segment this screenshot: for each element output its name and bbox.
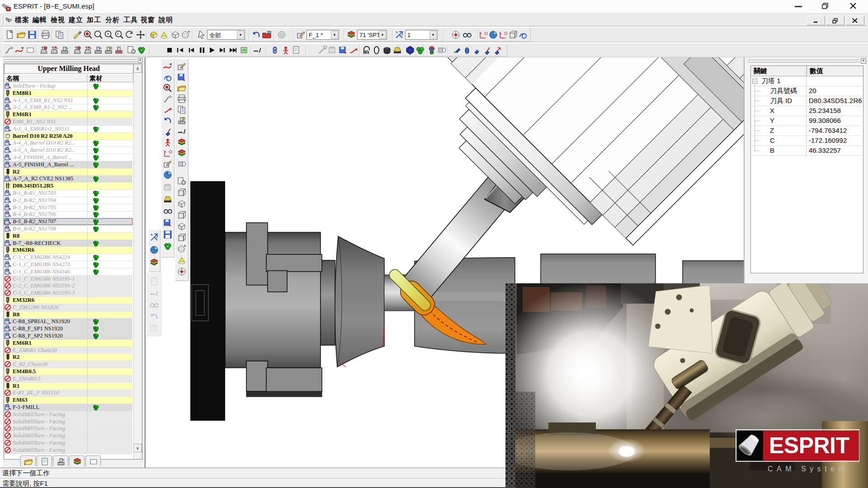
svg-text:ESPRIT: ESPRIT [769,433,849,458]
svg-text:CAM System: CAM System [768,465,848,473]
